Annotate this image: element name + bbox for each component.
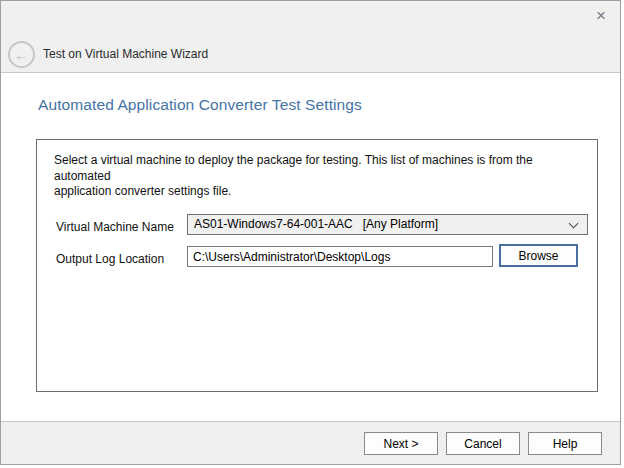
vm-name-select[interactable]: AS01-Windows7-64-001-AAC [Any Platform]	[187, 214, 588, 235]
log-location-input[interactable]	[187, 246, 493, 267]
help-button[interactable]: Help	[528, 432, 602, 455]
cancel-button[interactable]: Cancel	[446, 432, 520, 455]
browse-button[interactable]: Browse	[499, 244, 578, 267]
wizard-window: ← Test on Virtual Machine Wizard × Autom…	[0, 0, 621, 465]
close-button[interactable]: ×	[587, 3, 615, 29]
vm-name-selected-value: AS01-Windows7-64-001-AAC [Any Platform]	[194, 217, 438, 231]
footer-bar: Next > Cancel Help	[1, 421, 620, 464]
description-line-2: application converter settings file.	[54, 184, 231, 198]
wizard-header: ← Test on Virtual Machine Wizard ×	[1, 1, 620, 73]
description-text: Select a virtual machine to deploy the p…	[54, 153, 584, 200]
description-line-1: Select a virtual machine to deploy the p…	[54, 153, 533, 183]
next-button[interactable]: Next >	[364, 432, 438, 455]
log-location-label: Output Log Location	[56, 252, 164, 266]
wizard-title: Test on Virtual Machine Wizard	[43, 47, 208, 61]
back-button[interactable]: ←	[8, 41, 35, 68]
back-arrow-icon: ←	[14, 47, 29, 62]
vm-name-label: Virtual Machine Name	[56, 220, 174, 234]
chevron-down-icon	[569, 219, 579, 229]
close-icon: ×	[596, 6, 606, 26]
settings-group-box: Select a virtual machine to deploy the p…	[36, 139, 598, 392]
page-title: Automated Application Converter Test Set…	[38, 96, 362, 114]
